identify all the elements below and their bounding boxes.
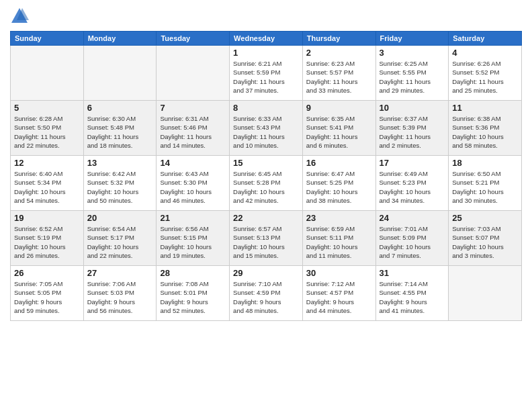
day-info: Sunrise: 6:56 AMSunset: 5:15 PMDaylight:… <box>160 224 226 260</box>
day-number: 17 <box>380 158 445 168</box>
day-info: Sunrise: 6:40 AMSunset: 5:34 PMDaylight:… <box>14 169 80 205</box>
day-info: Sunrise: 7:05 AMSunset: 5:05 PMDaylight:… <box>14 279 80 315</box>
day-number: 10 <box>380 103 445 113</box>
calendar-day-cell: 23Sunrise: 6:59 AMSunset: 5:11 PMDayligh… <box>302 211 375 266</box>
calendar-day-cell: 4Sunrise: 6:26 AMSunset: 5:52 PMDaylight… <box>449 46 522 101</box>
calendar-header-friday: Friday <box>375 32 449 46</box>
calendar-day-cell: 6Sunrise: 6:30 AMSunset: 5:48 PMDaylight… <box>83 101 157 156</box>
day-number: 14 <box>160 158 226 168</box>
header <box>10 7 522 26</box>
day-info: Sunrise: 6:42 AMSunset: 5:32 PMDaylight:… <box>87 169 153 205</box>
day-info: Sunrise: 6:26 AMSunset: 5:52 PMDaylight:… <box>452 59 518 95</box>
calendar-day-cell: 8Sunrise: 6:33 AMSunset: 5:43 PMDaylight… <box>230 101 303 156</box>
day-info: Sunrise: 6:33 AMSunset: 5:43 PMDaylight:… <box>233 114 299 150</box>
day-number: 9 <box>306 103 372 113</box>
calendar-day-cell: 12Sunrise: 6:40 AMSunset: 5:34 PMDayligh… <box>11 156 84 211</box>
day-number: 1 <box>233 48 299 58</box>
calendar-day-cell: 17Sunrise: 6:49 AMSunset: 5:23 PMDayligh… <box>375 156 449 211</box>
calendar-day-cell: 16Sunrise: 6:47 AMSunset: 5:25 PMDayligh… <box>302 156 375 211</box>
day-info: Sunrise: 6:50 AMSunset: 5:21 PMDaylight:… <box>452 169 518 205</box>
day-info: Sunrise: 7:10 AMSunset: 4:59 PMDaylight:… <box>233 279 299 315</box>
day-info: Sunrise: 7:14 AMSunset: 4:55 PMDaylight:… <box>380 279 445 315</box>
calendar-day-cell: 21Sunrise: 6:56 AMSunset: 5:15 PMDayligh… <box>157 211 230 266</box>
calendar-header-thursday: Thursday <box>302 32 375 46</box>
day-info: Sunrise: 6:47 AMSunset: 5:25 PMDaylight:… <box>306 169 372 205</box>
day-number: 23 <box>306 213 372 223</box>
calendar-day-cell <box>157 46 230 101</box>
day-info: Sunrise: 7:01 AMSunset: 5:09 PMDaylight:… <box>380 224 445 260</box>
day-number: 20 <box>87 213 153 223</box>
calendar-day-cell: 30Sunrise: 7:12 AMSunset: 4:57 PMDayligh… <box>302 266 375 321</box>
day-number: 29 <box>233 268 299 278</box>
day-info: Sunrise: 6:52 AMSunset: 5:19 PMDaylight:… <box>14 224 80 260</box>
day-number: 7 <box>160 103 226 113</box>
day-number: 19 <box>14 213 80 223</box>
day-info: Sunrise: 7:08 AMSunset: 5:01 PMDaylight:… <box>160 279 226 315</box>
day-info: Sunrise: 6:21 AMSunset: 5:59 PMDaylight:… <box>233 59 299 95</box>
calendar-day-cell: 25Sunrise: 7:03 AMSunset: 5:07 PMDayligh… <box>449 211 522 266</box>
day-info: Sunrise: 6:23 AMSunset: 5:57 PMDaylight:… <box>306 59 372 95</box>
calendar-day-cell: 26Sunrise: 7:05 AMSunset: 5:05 PMDayligh… <box>11 266 84 321</box>
day-info: Sunrise: 6:38 AMSunset: 5:36 PMDaylight:… <box>452 114 518 150</box>
calendar-page: SundayMondayTuesdayWednesdayThursdayFrid… <box>0 0 532 411</box>
calendar-day-cell: 15Sunrise: 6:45 AMSunset: 5:28 PMDayligh… <box>230 156 303 211</box>
calendar-header-wednesday: Wednesday <box>230 32 303 46</box>
day-number: 25 <box>452 213 518 223</box>
calendar-week-row: 26Sunrise: 7:05 AMSunset: 5:05 PMDayligh… <box>11 266 522 321</box>
day-number: 6 <box>87 103 153 113</box>
day-number: 4 <box>452 48 518 58</box>
day-number: 21 <box>160 213 226 223</box>
calendar-header-monday: Monday <box>83 32 157 46</box>
day-number: 31 <box>380 268 445 278</box>
day-info: Sunrise: 6:43 AMSunset: 5:30 PMDaylight:… <box>160 169 226 205</box>
calendar-day-cell <box>83 46 157 101</box>
calendar-header-row: SundayMondayTuesdayWednesdayThursdayFrid… <box>11 32 522 46</box>
day-number: 26 <box>14 268 80 278</box>
day-info: Sunrise: 6:59 AMSunset: 5:11 PMDaylight:… <box>306 224 372 260</box>
day-number: 24 <box>380 213 445 223</box>
calendar-day-cell: 1Sunrise: 6:21 AMSunset: 5:59 PMDaylight… <box>230 46 303 101</box>
day-number: 8 <box>233 103 299 113</box>
day-number: 11 <box>452 103 518 113</box>
day-number: 16 <box>306 158 372 168</box>
day-info: Sunrise: 6:37 AMSunset: 5:39 PMDaylight:… <box>380 114 445 150</box>
day-number: 5 <box>14 103 80 113</box>
calendar-day-cell: 31Sunrise: 7:14 AMSunset: 4:55 PMDayligh… <box>375 266 449 321</box>
calendar-day-cell: 19Sunrise: 6:52 AMSunset: 5:19 PMDayligh… <box>11 211 84 266</box>
day-number: 18 <box>452 158 518 168</box>
calendar-day-cell: 13Sunrise: 6:42 AMSunset: 5:32 PMDayligh… <box>83 156 157 211</box>
day-number: 22 <box>233 213 299 223</box>
calendar-day-cell: 27Sunrise: 7:06 AMSunset: 5:03 PMDayligh… <box>83 266 157 321</box>
day-number: 12 <box>14 158 80 168</box>
day-info: Sunrise: 6:30 AMSunset: 5:48 PMDaylight:… <box>87 114 153 150</box>
day-info: Sunrise: 7:06 AMSunset: 5:03 PMDaylight:… <box>87 279 153 315</box>
day-info: Sunrise: 6:45 AMSunset: 5:28 PMDaylight:… <box>233 169 299 205</box>
day-info: Sunrise: 7:03 AMSunset: 5:07 PMDaylight:… <box>452 224 518 260</box>
calendar-day-cell <box>449 266 522 321</box>
day-number: 2 <box>306 48 372 58</box>
calendar-week-row: 12Sunrise: 6:40 AMSunset: 5:34 PMDayligh… <box>11 156 522 211</box>
calendar-day-cell: 10Sunrise: 6:37 AMSunset: 5:39 PMDayligh… <box>375 101 449 156</box>
calendar-day-cell: 5Sunrise: 6:28 AMSunset: 5:50 PMDaylight… <box>11 101 84 156</box>
calendar-day-cell: 22Sunrise: 6:57 AMSunset: 5:13 PMDayligh… <box>230 211 303 266</box>
calendar-week-row: 5Sunrise: 6:28 AMSunset: 5:50 PMDaylight… <box>11 101 522 156</box>
calendar-week-row: 1Sunrise: 6:21 AMSunset: 5:59 PMDaylight… <box>11 46 522 101</box>
calendar-week-row: 19Sunrise: 6:52 AMSunset: 5:19 PMDayligh… <box>11 211 522 266</box>
calendar-day-cell: 20Sunrise: 6:54 AMSunset: 5:17 PMDayligh… <box>83 211 157 266</box>
calendar-day-cell: 11Sunrise: 6:38 AMSunset: 5:36 PMDayligh… <box>449 101 522 156</box>
day-info: Sunrise: 6:31 AMSunset: 5:46 PMDaylight:… <box>160 114 226 150</box>
logo-icon <box>10 7 29 26</box>
calendar-day-cell <box>11 46 84 101</box>
day-number: 30 <box>306 268 372 278</box>
calendar-header-sunday: Sunday <box>11 32 84 46</box>
calendar-day-cell: 7Sunrise: 6:31 AMSunset: 5:46 PMDaylight… <box>157 101 230 156</box>
calendar-day-cell: 3Sunrise: 6:25 AMSunset: 5:55 PMDaylight… <box>375 46 449 101</box>
day-info: Sunrise: 6:49 AMSunset: 5:23 PMDaylight:… <box>380 169 445 205</box>
calendar-table: SundayMondayTuesdayWednesdayThursdayFrid… <box>10 31 522 321</box>
calendar-day-cell: 18Sunrise: 6:50 AMSunset: 5:21 PMDayligh… <box>449 156 522 211</box>
day-number: 28 <box>160 268 226 278</box>
day-info: Sunrise: 6:28 AMSunset: 5:50 PMDaylight:… <box>14 114 80 150</box>
calendar-header-tuesday: Tuesday <box>157 32 230 46</box>
day-info: Sunrise: 6:25 AMSunset: 5:55 PMDaylight:… <box>380 59 445 95</box>
logo <box>10 7 32 26</box>
